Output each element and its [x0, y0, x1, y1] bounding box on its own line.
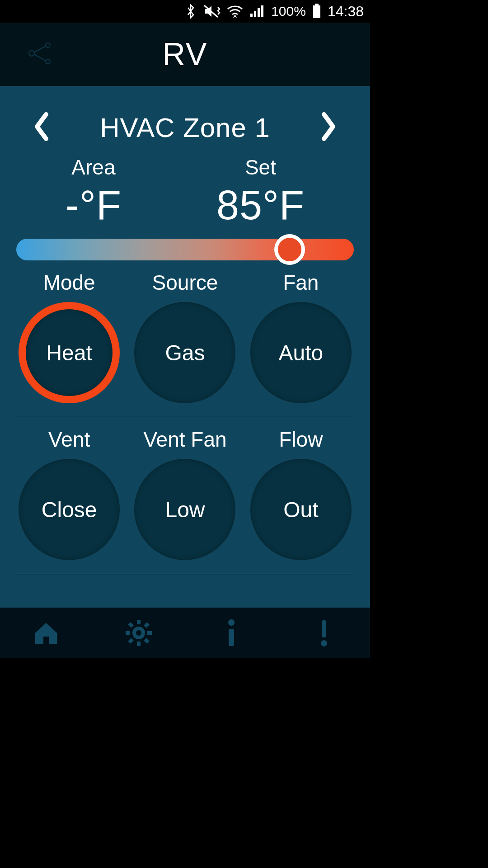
- wifi-icon: [227, 5, 243, 18]
- svg-rect-2: [250, 14, 253, 17]
- mute-vibrate-icon: [202, 4, 221, 19]
- source-label: Source: [152, 270, 218, 295]
- set-temp: Set 85°F: [216, 155, 305, 229]
- svg-point-22: [228, 619, 235, 626]
- vent-fan-value: Low: [165, 497, 205, 522]
- svg-point-10: [46, 59, 50, 64]
- source-control: Source Gas: [131, 270, 239, 403]
- temperature-readout: Area -°F Set 85°F: [0, 155, 370, 229]
- svg-line-21: [129, 639, 132, 642]
- controls-row-2: Vent Close Vent Fan Low Flow Out: [15, 427, 355, 574]
- svg-line-19: [145, 639, 148, 642]
- app-logo-icon: [27, 41, 55, 68]
- mode-control: Mode Heat: [15, 270, 123, 403]
- source-value: Gas: [165, 340, 205, 365]
- android-status-bar: 100% 14:38: [0, 0, 370, 23]
- slider-thumb[interactable]: [274, 234, 305, 265]
- app-header: RV: [0, 23, 370, 86]
- vent-fan-control: Vent Fan Low: [131, 427, 239, 560]
- vent-value: Close: [42, 497, 97, 522]
- prev-zone-button[interactable]: [32, 111, 52, 144]
- svg-rect-6: [315, 4, 319, 5]
- flow-value: Out: [283, 497, 318, 522]
- zone-title: HVAC Zone 1: [100, 112, 270, 143]
- svg-rect-4: [258, 8, 260, 17]
- battery-icon: [312, 4, 321, 19]
- flow-control: Flow Out: [247, 427, 355, 560]
- svg-line-12: [34, 54, 46, 61]
- flow-label: Flow: [279, 427, 323, 452]
- fan-value: Auto: [278, 340, 323, 365]
- mode-label: Mode: [43, 270, 95, 295]
- svg-point-13: [134, 628, 143, 637]
- fan-label: Fan: [283, 270, 319, 295]
- svg-line-18: [129, 623, 132, 627]
- fan-control: Fan Auto: [247, 270, 355, 403]
- app-title: RV: [163, 36, 208, 72]
- zone-nav: HVAC Zone 1: [0, 86, 370, 144]
- svg-rect-7: [313, 5, 320, 18]
- app-root: 100% 14:38 RV HVAC Zone 1: [0, 0, 370, 658]
- svg-point-1: [234, 15, 236, 17]
- set-label: Set: [245, 155, 276, 179]
- clock: 14:38: [328, 3, 364, 20]
- next-zone-button[interactable]: [319, 111, 338, 144]
- vent-knob[interactable]: Close: [19, 459, 120, 560]
- temperature-slider[interactable]: [16, 239, 354, 260]
- svg-rect-3: [254, 11, 256, 17]
- set-value: 85°F: [216, 182, 305, 229]
- battery-percent: 100%: [271, 4, 306, 19]
- area-temp: Area -°F: [66, 155, 122, 229]
- svg-rect-23: [229, 629, 234, 646]
- nav-alert-button[interactable]: [277, 608, 370, 658]
- svg-line-11: [34, 46, 46, 52]
- nav-home-button[interactable]: [0, 608, 93, 658]
- svg-rect-5: [261, 5, 263, 17]
- vent-label: Vent: [48, 427, 90, 452]
- source-knob[interactable]: Gas: [134, 302, 235, 403]
- vent-control: Vent Close: [15, 427, 123, 560]
- main-panel: HVAC Zone 1 Area -°F Set 85°F Mode: [0, 86, 370, 608]
- nav-info-button[interactable]: [185, 608, 278, 658]
- flow-knob[interactable]: Out: [250, 459, 352, 560]
- vent-fan-knob[interactable]: Low: [134, 459, 235, 560]
- vent-fan-label: Vent Fan: [143, 427, 226, 452]
- mode-value: Heat: [46, 340, 92, 365]
- temperature-slider-wrap: [0, 239, 370, 260]
- svg-rect-24: [322, 620, 326, 637]
- fan-knob[interactable]: Auto: [250, 302, 352, 403]
- area-label: Area: [71, 155, 115, 179]
- svg-point-8: [29, 51, 34, 56]
- mode-knob[interactable]: Heat: [19, 302, 120, 403]
- svg-point-25: [321, 640, 327, 646]
- bluetooth-icon: [185, 4, 196, 19]
- controls: Mode Heat Source Gas Fan Auto: [0, 270, 370, 574]
- svg-point-9: [46, 43, 50, 47]
- nav-settings-button[interactable]: [93, 608, 185, 658]
- cell-signal-icon: [249, 5, 265, 18]
- area-value: -°F: [66, 182, 122, 229]
- controls-row-1: Mode Heat Source Gas Fan Auto: [15, 270, 355, 417]
- bottom-nav: [0, 608, 370, 658]
- svg-line-20: [145, 623, 148, 627]
